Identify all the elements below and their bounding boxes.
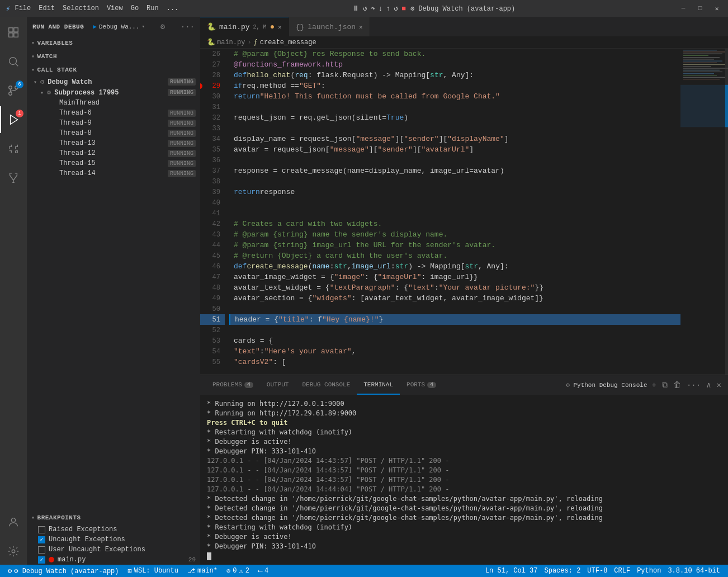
svg-rect-16 bbox=[683, 54, 722, 54]
debug-config-label[interactable]: Debug Wa... bbox=[99, 23, 140, 30]
variables-section: ▾ VARIABLES bbox=[27, 36, 200, 50]
callstack-item[interactable]: ▾⚙Subprocess 17995RUNNING bbox=[27, 87, 200, 98]
debug-config-arrow[interactable]: ▾ bbox=[142, 23, 145, 30]
bp-checkbox[interactable] bbox=[38, 526, 45, 533]
panel-trash-btn[interactable]: 🗑 bbox=[672, 380, 682, 391]
callstack-item[interactable]: Thread-12RUNNING bbox=[27, 148, 200, 158]
panel-tab[interactable]: TERMINAL bbox=[357, 375, 400, 395]
status-debug-label: ⚙ bbox=[8, 567, 12, 575]
vscode-icon: ⚡ bbox=[6, 4, 10, 13]
svg-rect-27 bbox=[683, 73, 714, 74]
editor-tab[interactable]: {} launch.json ✕ bbox=[289, 17, 370, 36]
debug-settings-btn[interactable]: ⚙ bbox=[160, 22, 165, 31]
line-number: 38 bbox=[200, 176, 225, 187]
menu-edit[interactable]: Edit bbox=[39, 4, 55, 12]
menu-more[interactable]: ... bbox=[167, 4, 179, 12]
menu-selection[interactable]: Selection bbox=[63, 4, 99, 12]
activity-account[interactable] bbox=[0, 509, 27, 536]
panel-split-btn[interactable]: ⧉ bbox=[661, 380, 669, 391]
bp-checkbox[interactable] bbox=[38, 556, 45, 564]
debug-badge: 1 bbox=[16, 110, 23, 117]
maximize-btn[interactable]: □ bbox=[694, 3, 706, 14]
activity-test[interactable] bbox=[0, 164, 27, 191]
code-line: cards = { bbox=[229, 335, 680, 346]
panel-more-btn[interactable]: ··· bbox=[686, 380, 702, 391]
status-version[interactable]: 3.8.10 64-bit bbox=[665, 565, 722, 577]
panel-add-btn[interactable]: + bbox=[651, 380, 658, 391]
variables-section-header[interactable]: ▾ VARIABLES bbox=[27, 36, 200, 50]
debug-restart-btn[interactable]: ↺ bbox=[363, 4, 367, 13]
status-debug[interactable]: ⚙ ⚙ Debug Watch (avatar-app) bbox=[6, 565, 121, 577]
activity-debug[interactable]: 1 bbox=[0, 106, 27, 133]
callstack-item[interactable]: Thread-15RUNNING bbox=[27, 158, 200, 168]
debug-continue-btn[interactable]: ↺ bbox=[394, 4, 398, 13]
close-btn[interactable]: ✕ bbox=[711, 3, 722, 14]
breakpoint-item[interactable]: Uncaught Exceptions bbox=[27, 535, 200, 545]
code-line: return response bbox=[229, 187, 680, 197]
menu-go[interactable]: Go bbox=[131, 4, 139, 12]
activity-explorer[interactable] bbox=[0, 19, 27, 46]
activity-extensions[interactable] bbox=[0, 135, 27, 162]
activity-search[interactable] bbox=[0, 48, 27, 75]
terminal-content[interactable]: * Running on http://127.0.0.1:9000 * Run… bbox=[200, 395, 728, 565]
menu-bar: File Edit Selection View Go Run ... bbox=[15, 4, 178, 12]
panel-tab[interactable]: PORTS4 bbox=[400, 375, 443, 395]
breakpoint-item[interactable]: main.py 29 bbox=[27, 555, 200, 565]
debug-start-btn[interactable]: ▶ bbox=[93, 23, 97, 30]
debug-into-btn[interactable]: ↓ bbox=[379, 4, 383, 13]
minimize-btn[interactable]: ─ bbox=[678, 3, 689, 14]
code-content[interactable]: # @param {Object} res Response to send b… bbox=[229, 49, 680, 375]
status-cursor[interactable]: Ln 51, Col 37 bbox=[483, 565, 540, 577]
panel-maximize-btn[interactable]: ∧ bbox=[705, 379, 712, 391]
callstack-item[interactable]: ▾⚙Debug WatchRUNNING bbox=[27, 77, 200, 87]
callstack-item[interactable]: MainThread bbox=[27, 98, 200, 108]
breakpoint-item[interactable]: Raised Exceptions bbox=[27, 524, 200, 535]
bp-checkbox[interactable] bbox=[38, 536, 45, 543]
expand-icon[interactable]: ▾ bbox=[40, 89, 44, 96]
terminal-cursor bbox=[207, 552, 211, 560]
callstack-item[interactable]: Thread-8RUNNING bbox=[27, 128, 200, 138]
running-badge: RUNNING bbox=[168, 160, 196, 167]
activity-source-control[interactable]: 6 bbox=[0, 77, 27, 104]
menu-file[interactable]: File bbox=[15, 4, 31, 12]
callstack-section-header[interactable]: ▾ CALL STACK bbox=[27, 63, 200, 77]
debug-over-btn[interactable]: ↷ bbox=[371, 4, 375, 13]
panel-tab[interactable]: PROBLEMS4 bbox=[206, 375, 260, 395]
tab-close-btn[interactable]: ✕ bbox=[359, 23, 363, 31]
debug-out-btn[interactable]: ↑ bbox=[386, 4, 391, 13]
line-number: 45 bbox=[200, 250, 225, 261]
debug-more-btn[interactable]: ··· bbox=[181, 22, 195, 31]
status-spaces[interactable]: Spaces: 2 bbox=[542, 565, 583, 577]
expand-icon[interactable]: ▾ bbox=[34, 79, 37, 86]
activity-settings[interactable] bbox=[0, 538, 27, 565]
svg-rect-26 bbox=[683, 72, 722, 72]
status-ports[interactable]: ⟵ 4 bbox=[256, 565, 271, 577]
line-number: 26 bbox=[200, 49, 225, 59]
line-number: 41 bbox=[200, 208, 225, 219]
status-wsl[interactable]: ⊞ WSL: Ubuntu bbox=[126, 565, 181, 577]
panel-tab[interactable]: OUTPUT bbox=[260, 375, 296, 395]
svg-rect-25 bbox=[683, 70, 720, 70]
line-number: 46 bbox=[200, 261, 225, 272]
status-line-ending[interactable]: CRLF bbox=[612, 565, 632, 577]
tab-close-btn[interactable]: ✕ bbox=[278, 23, 282, 31]
status-language[interactable]: Python bbox=[635, 565, 663, 577]
menu-view[interactable]: View bbox=[107, 4, 123, 12]
callstack-item[interactable]: Thread-9RUNNING bbox=[27, 118, 200, 128]
status-encoding[interactable]: UTF-8 bbox=[585, 565, 609, 577]
panel-close-btn[interactable]: ✕ bbox=[716, 379, 722, 391]
callstack-item[interactable]: Thread-13RUNNING bbox=[27, 138, 200, 148]
callstack-item[interactable]: Thread-6RUNNING bbox=[27, 108, 200, 118]
breakpoint-item[interactable]: User Uncaught Exceptions bbox=[27, 545, 200, 555]
menu-run[interactable]: Run bbox=[146, 4, 159, 12]
debug-pause-btn[interactable]: ⏸ bbox=[352, 4, 360, 13]
panel-tab[interactable]: DEBUG CONSOLE bbox=[295, 375, 357, 395]
watch-section-header[interactable]: ▾ WATCH bbox=[27, 50, 200, 63]
bp-checkbox[interactable] bbox=[38, 546, 45, 554]
debug-stop-btn[interactable]: ■ bbox=[401, 4, 406, 13]
status-errors[interactable]: ⊘ 0 ⚠ 2 bbox=[224, 565, 252, 577]
breakpoints-section-header[interactable]: ▾ BREAKPOINTS bbox=[27, 511, 200, 524]
editor-tab[interactable]: 🐍 main.py 2, M ● ✕ bbox=[200, 17, 289, 36]
status-git[interactable]: ⎇ main* bbox=[185, 565, 220, 577]
callstack-item[interactable]: Thread-14RUNNING bbox=[27, 168, 200, 178]
